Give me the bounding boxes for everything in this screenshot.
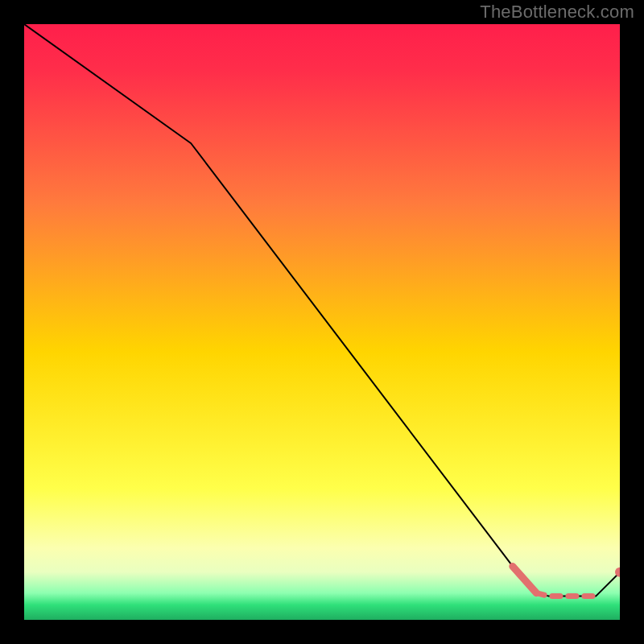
- chart-svg: [24, 24, 620, 620]
- plot-area: [24, 24, 620, 620]
- chart-frame: TheBottleneck.com: [0, 0, 644, 644]
- gradient-background: [24, 24, 620, 620]
- watermark-text: TheBottleneck.com: [480, 2, 634, 23]
